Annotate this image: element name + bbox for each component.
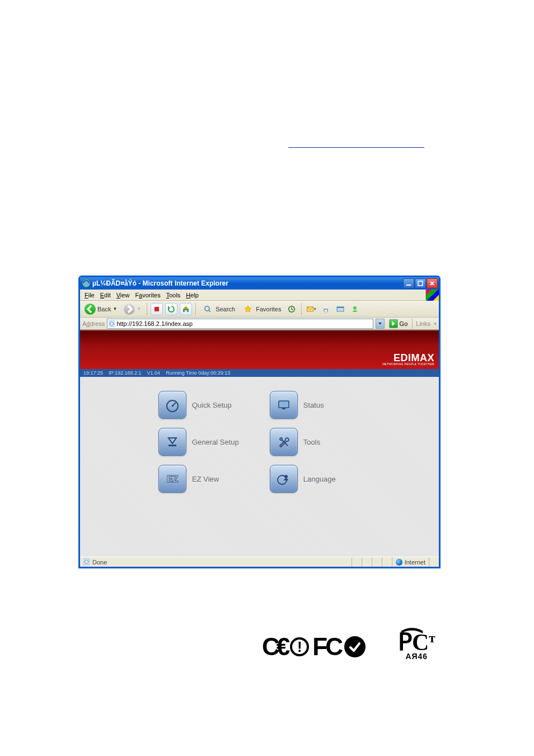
status-cell	[382, 557, 392, 567]
monitor-icon	[270, 391, 298, 419]
back-button[interactable]: Back ▼	[82, 302, 119, 316]
links-chevron-icon[interactable]: »	[434, 321, 437, 326]
certification-logos: C€ ! FC P͡Cт АЯ46	[262, 633, 435, 661]
tile-tools[interactable]: Tools	[270, 428, 336, 456]
exclamation-mark-icon: !	[290, 637, 309, 656]
speedometer-icon	[158, 391, 186, 419]
go-button[interactable]: Go	[387, 319, 410, 328]
svg-rect-12	[337, 307, 344, 308]
links-label[interactable]: Links	[415, 320, 432, 327]
address-bar: Address http://192.168.2.1/index.asp Go …	[80, 318, 439, 330]
messenger-button[interactable]	[349, 303, 361, 315]
address-dropdown[interactable]	[376, 319, 385, 329]
svg-point-13	[353, 306, 357, 310]
tile-ez-view[interactable]: EZ EZ View	[158, 465, 239, 493]
windows-flag-icon	[425, 290, 439, 301]
tile-language[interactable]: Language	[270, 465, 336, 493]
status-time: 19:17:25	[83, 370, 103, 376]
maximize-button[interactable]	[415, 278, 426, 288]
close-button[interactable]	[427, 278, 438, 288]
page-icon	[109, 320, 115, 327]
status-ip: IP:192.168.2.1	[109, 370, 142, 376]
chevron-down-icon: ▼	[113, 306, 117, 311]
history-button[interactable]	[285, 303, 298, 315]
ie-status-bar: Done Internet	[80, 557, 439, 567]
address-input[interactable]: http://192.168.2.1/index.asp	[107, 319, 373, 329]
tools-icon	[270, 428, 298, 456]
person-globe-icon	[270, 465, 298, 493]
window-title: µL¼ÐÃD¤åÝó - Microsoft Internet Explorer	[92, 279, 228, 287]
tile-status[interactable]: Status	[270, 391, 336, 419]
brand-logo: EDIMAX NETWORKING PEOPLE TOGETHER	[382, 353, 434, 366]
ce-mark-icon: C€	[262, 633, 287, 661]
svg-rect-10	[325, 310, 327, 312]
page-content: EDIMAX NETWORKING PEOPLE TOGETHER 19:17:…	[80, 330, 439, 557]
underline-rule	[288, 147, 424, 148]
menu-favorites[interactable]: Favorites	[133, 291, 162, 299]
refresh-button[interactable]	[165, 303, 177, 315]
menu-file[interactable]: File	[82, 291, 97, 299]
favorites-button[interactable]: Favorites	[240, 302, 283, 316]
menu-edit[interactable]: Edit	[98, 291, 113, 299]
edit-button[interactable]	[334, 303, 346, 315]
status-version: V1.04	[147, 370, 161, 376]
svg-rect-20	[168, 445, 176, 446]
brand-banner: EDIMAX NETWORKING PEOPLE TOGETHER	[80, 330, 439, 369]
c-tick-icon	[344, 636, 366, 657]
pct-mark-icon: P͡Cт АЯ46	[398, 633, 435, 661]
stop-button[interactable]	[151, 303, 163, 315]
search-button[interactable]: Search	[199, 302, 237, 316]
status-cell	[352, 557, 362, 567]
svg-text:EZ: EZ	[167, 474, 179, 484]
mail-button[interactable]: ▾	[305, 303, 317, 315]
url-text: http://192.168.2.1/index.asp	[116, 320, 371, 327]
status-cell	[429, 557, 439, 567]
menu-bar: File Edit View Favorites Tools Help	[80, 290, 439, 301]
home-button[interactable]	[180, 303, 192, 315]
svg-point-17	[172, 405, 174, 407]
svg-rect-18	[279, 401, 289, 408]
main-menu-grid: Quick Setup Status General Setup Tools	[80, 377, 439, 557]
svg-rect-9	[324, 306, 327, 309]
app-status-strip: 19:17:25 IP:192.168.2.1 V1.04 Running Ti…	[80, 369, 439, 377]
forward-button[interactable]: ▼	[121, 302, 143, 316]
svg-point-21	[280, 438, 282, 440]
ie-icon	[82, 279, 90, 287]
tile-general-setup[interactable]: General Setup	[158, 428, 239, 456]
window-titlebar[interactable]: µL¼ÐÃD¤åÝó - Microsoft Internet Explorer	[80, 277, 439, 290]
menu-view[interactable]: View	[114, 291, 132, 299]
ez-icon: EZ	[158, 465, 186, 493]
svg-rect-19	[282, 408, 285, 409]
chevron-down-icon: ▼	[137, 306, 141, 311]
ie-window: µL¼ÐÃD¤åÝó - Microsoft Internet Explorer…	[78, 276, 441, 568]
menu-tools[interactable]: Tools	[164, 291, 183, 299]
security-zone: Internet	[392, 557, 429, 567]
minimize-button[interactable]	[403, 278, 414, 288]
toolbar: Back ▼ ▼ Search Favorites ▾	[80, 301, 439, 318]
search-icon	[202, 303, 214, 315]
globe-icon	[396, 559, 402, 566]
download-icon	[158, 428, 186, 456]
page-done-icon	[83, 558, 90, 566]
back-icon	[85, 304, 96, 315]
tile-quick-setup[interactable]: Quick Setup	[158, 391, 239, 419]
svg-point-5	[205, 306, 209, 311]
go-icon	[389, 319, 398, 328]
fcc-mark-icon: FC	[312, 633, 341, 661]
svg-point-24	[284, 475, 288, 478]
status-cell	[372, 557, 382, 567]
svg-rect-2	[406, 284, 411, 286]
svg-rect-4	[154, 307, 159, 311]
star-icon	[242, 303, 254, 315]
status-running: Running Time 0day:00:29:13	[166, 370, 230, 376]
forward-icon	[124, 304, 135, 315]
status-done: Done	[80, 558, 110, 566]
print-button[interactable]	[320, 303, 332, 315]
status-cell	[362, 557, 372, 567]
menu-help[interactable]: Help	[184, 291, 201, 299]
svg-rect-3	[418, 281, 423, 286]
